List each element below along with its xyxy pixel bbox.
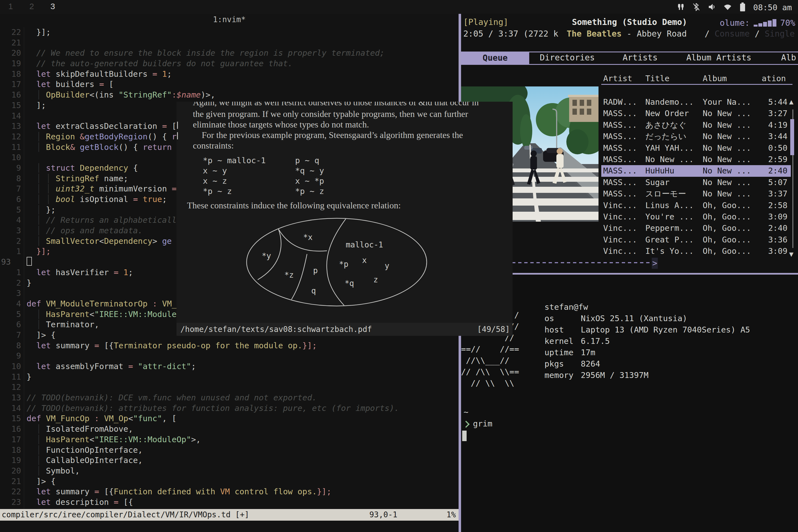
line-number: 17	[0, 79, 21, 90]
pdf-file-path: /home/stefan/texts/sav08:schwartzbach.pd…	[180, 323, 372, 336]
queue-row[interactable]: MASS...No New ...No New ...2:59	[601, 154, 791, 165]
clock: 08:50 am	[753, 3, 792, 12]
code-line: 22 }];	[0, 27, 459, 38]
queue-row[interactable]: Vinc...Linus A...Oh, Goo...2:58	[601, 200, 791, 211]
scroll-down-icon[interactable]: ▼	[789, 250, 794, 258]
queue-row[interactable]: MASS...だったらいNo New ...3:44	[601, 131, 791, 142]
bluetooth-off-icon	[692, 3, 701, 12]
line-number: 6	[0, 194, 21, 205]
pdf-paragraph: For the previous example program, Steens…	[193, 130, 509, 140]
line-number: 10	[0, 361, 21, 372]
queue-row[interactable]: Vinc...You're ...Oh, Goo...3:09	[601, 211, 791, 223]
prompt-chevron-icon	[462, 421, 469, 428]
album-name: Abbey Road	[637, 29, 687, 39]
line-number: 20	[0, 466, 21, 476]
venn-diagram: *xmalloc-1*y*pxy*zpz*qq	[244, 216, 432, 308]
code-line: 12	[0, 382, 459, 393]
fetch-info-row: memory2956M / 31397M	[545, 369, 750, 381]
code-line: 18 │ FunctionOpInterface,	[0, 445, 459, 456]
workspace-1[interactable]: 1	[8, 2, 13, 11]
line-number: 23	[0, 497, 21, 508]
statusline-position: 93,0-1	[369, 509, 397, 521]
latex-change-bar	[177, 132, 178, 139]
code-line: 16 │ IsolatedFromAbove,	[0, 424, 459, 435]
fetch-info-row: pkgs8264	[545, 358, 750, 369]
line-number: 2	[0, 236, 21, 247]
workspace-3[interactable]: 3	[51, 2, 55, 11]
venn-label: *q	[345, 279, 354, 288]
line-number: 10	[0, 152, 21, 163]
queue-row[interactable]: MASS...YAH YAH...No New ...0:50	[601, 142, 791, 154]
line-number: 21	[0, 38, 21, 48]
fastfetch-info: stefan@fw osNixOS 25.11 (Xantusia)hostLa…	[545, 302, 750, 381]
tab-albums[interactable]: Alb	[781, 53, 796, 62]
vim-statusline: compiler/src/iree/compiler/Dialect/VM/IR…	[0, 509, 459, 521]
command-text: grim	[473, 419, 492, 429]
queue-row[interactable]: Vinc...It's Yo...Oh, Goo...3:09	[601, 246, 791, 257]
venn-label: x	[362, 256, 367, 265]
line-number: 12	[0, 382, 21, 393]
queue-row[interactable]: RADW...Nandemo...Your Na...5:44	[601, 96, 791, 108]
tab-directories[interactable]: Directories	[540, 53, 595, 62]
line-number: 14	[0, 111, 21, 121]
pdf-viewer-window[interactable]: Again, we might as well restrict ourselv…	[176, 102, 513, 336]
progress-cursor: >	[652, 258, 658, 269]
queue-row[interactable]: MASS...スローモーNo New ...3:37	[601, 188, 791, 200]
volume-bar-icon	[754, 19, 776, 28]
line-number: 1	[0, 246, 21, 257]
queue-row[interactable]: Vinc...Pepperm...Oh, Goo...2:40	[601, 223, 791, 234]
line-number: 15	[0, 100, 21, 111]
queue-row[interactable]: MASS...SugarNo New ...5:07	[601, 177, 791, 188]
fetch-info-row: osNixOS 25.11 (Xantusia)	[545, 313, 750, 324]
tab-album-artists[interactable]: Album Artists	[686, 53, 752, 62]
shell-prompt[interactable]: grim	[463, 419, 492, 429]
line-number: 17	[0, 435, 21, 445]
constraints-column-left: *p ∼ malloc-1x ∼ yx ∼ z*p ∼ z	[203, 155, 266, 196]
venn-label: *y	[262, 251, 271, 260]
pdf-paragraph: constraints:	[193, 140, 509, 151]
tab-queue[interactable]: Queue	[461, 52, 529, 64]
latex-change-bar	[177, 122, 178, 129]
line-number: 4	[0, 215, 21, 226]
queue-row[interactable]: MASS...あさひなぐNo New ...4:19	[601, 119, 791, 131]
venn-label: malloc-1	[346, 240, 383, 249]
window-title: 1:nvim*	[0, 15, 459, 24]
line-number: 19	[0, 455, 21, 466]
tab-artists[interactable]: Artists	[623, 53, 658, 62]
track-time: 2:05 / 3:37 (2722 k	[463, 29, 558, 39]
venn-label: *p	[339, 259, 348, 268]
line-number: 22	[0, 487, 21, 497]
statusline-filename: compiler/src/iree/compiler/Dialect/VM/IR…	[2, 509, 249, 521]
pdf-paragraph: These constraints induce the following e…	[187, 200, 503, 211]
line-number: 5	[0, 205, 21, 215]
artist-name: The Beatles	[567, 29, 622, 39]
line-number: 21	[0, 476, 21, 487]
queue-scrollbar-thumb[interactable]	[790, 119, 794, 155]
code-line: 20 // We need to ensure the block inside…	[0, 48, 459, 58]
code-line: 22 let summary = [{Function defined with…	[0, 487, 459, 497]
line-number: 8	[0, 173, 21, 184]
queue-row[interactable]: Vinc...Great P...Oh, Goo...3:36	[601, 234, 791, 246]
line-number: 13	[0, 393, 21, 403]
line-number: 6	[0, 320, 21, 330]
code-line: 10 let assemblyFormat = "attr-dict";	[0, 361, 459, 372]
code-line: 17 let builders = [	[0, 79, 459, 90]
desktop: 1 2 3 08:50 am 1:nvim* 22 }];2120 //	[0, 0, 798, 532]
code-line: 19 │ CallableOpInterface,	[0, 455, 459, 466]
fetch-info-row: kernel6.17.5	[545, 336, 750, 347]
mode-toggles: / Consume / Single	[705, 29, 795, 39]
volume-indicator[interactable]: olume: 70%	[720, 17, 795, 28]
code-line: 11}	[0, 372, 459, 382]
volume-percent: 70%	[780, 18, 795, 28]
workspace-2[interactable]: 2	[30, 2, 34, 11]
queue-row[interactable]: MASS...HuHuHuNo New ...2:40	[601, 165, 791, 176]
queue-row[interactable]: MASS...New OrderNo New ...3:27	[601, 108, 791, 119]
scroll-up-icon[interactable]: ▲	[789, 97, 794, 106]
line-number: 15	[0, 413, 21, 424]
line-number: 93	[1, 257, 22, 267]
speaker-icon	[708, 3, 716, 12]
line-number: 3	[0, 288, 21, 299]
artist-album: The Beatles - Abbey Road	[567, 29, 687, 39]
line-number: 18	[0, 69, 21, 79]
battery-icon	[739, 2, 746, 13]
